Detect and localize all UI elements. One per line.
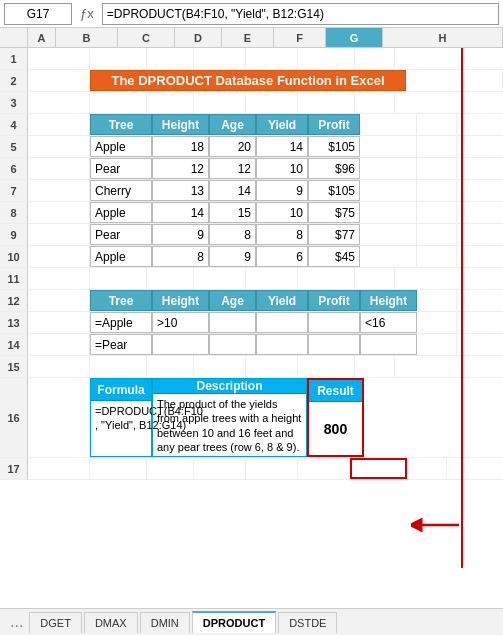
cell[interactable] xyxy=(246,356,298,377)
cell[interactable] xyxy=(417,246,457,267)
cell[interactable] xyxy=(407,458,447,479)
cell[interactable] xyxy=(90,92,147,113)
cell[interactable] xyxy=(28,70,90,91)
row-header-12[interactable]: 12 xyxy=(0,290,28,312)
col-header-c[interactable]: C xyxy=(118,28,175,47)
table-data-cell[interactable] xyxy=(308,312,360,333)
cell[interactable] xyxy=(246,48,298,69)
table-data-cell[interactable]: 9 xyxy=(152,224,209,245)
table-data-cell[interactable]: $75 xyxy=(308,202,360,223)
table-data-cell[interactable]: 14 xyxy=(152,202,209,223)
row-header-1[interactable]: 1 xyxy=(0,48,28,70)
table-data-cell[interactable]: 14 xyxy=(209,180,256,201)
cell[interactable] xyxy=(246,458,298,479)
table-data-cell[interactable]: $45 xyxy=(308,246,360,267)
table-data-cell[interactable]: >10 xyxy=(152,312,209,333)
col-header-d[interactable]: D xyxy=(175,28,222,47)
cell[interactable] xyxy=(360,114,417,135)
table-data-cell[interactable]: 10 xyxy=(256,202,308,223)
col-header-a[interactable]: A xyxy=(28,28,56,47)
cell[interactable] xyxy=(360,158,417,179)
cell[interactable] xyxy=(360,246,417,267)
row-header-2[interactable]: 2 xyxy=(0,70,28,92)
cell[interactable] xyxy=(28,356,90,377)
table-data-cell[interactable]: =Pear xyxy=(90,334,152,355)
tab-dget[interactable]: DGET xyxy=(29,612,82,633)
tab-nav-dots[interactable]: ... xyxy=(4,613,29,631)
table-data-cell[interactable]: =Apple xyxy=(90,312,152,333)
row-header-15[interactable]: 15 xyxy=(0,356,28,378)
cell[interactable] xyxy=(355,48,395,69)
cell[interactable] xyxy=(298,268,355,289)
col-header-f[interactable]: F xyxy=(274,28,326,47)
cell[interactable] xyxy=(417,136,457,157)
table-data-cell[interactable] xyxy=(256,334,308,355)
cell[interactable] xyxy=(355,268,395,289)
cell[interactable] xyxy=(28,202,90,223)
row-header-17[interactable]: 17 xyxy=(0,458,28,480)
row-header-4[interactable]: 4 xyxy=(0,114,28,136)
formula-input[interactable] xyxy=(102,3,499,25)
row-header-11[interactable]: 11 xyxy=(0,268,28,290)
table-data-cell[interactable] xyxy=(152,334,209,355)
table-data-cell[interactable] xyxy=(256,312,308,333)
cell[interactable] xyxy=(28,158,90,179)
table-data-cell[interactable]: Apple xyxy=(90,202,152,223)
cell[interactable] xyxy=(194,268,246,289)
col-header-e[interactable]: E xyxy=(222,28,274,47)
cell[interactable] xyxy=(28,224,90,245)
table-data-cell[interactable]: $105 xyxy=(308,136,360,157)
cell[interactable] xyxy=(417,114,457,135)
cell[interactable] xyxy=(147,356,194,377)
table-data-cell[interactable]: 8 xyxy=(209,224,256,245)
cell[interactable] xyxy=(90,356,147,377)
table-data-cell[interactable]: Cherry xyxy=(90,180,152,201)
cell[interactable] xyxy=(28,136,90,157)
t3-formula-value[interactable]: =DPRODUCT(B4:F10 , "Yield", B12:G14) xyxy=(91,401,151,456)
table-data-cell[interactable]: 9 xyxy=(209,246,256,267)
cell[interactable] xyxy=(360,224,417,245)
cell[interactable] xyxy=(28,334,90,355)
cell[interactable] xyxy=(355,92,395,113)
row-header-9[interactable]: 9 xyxy=(0,224,28,246)
table-data-cell[interactable]: 15 xyxy=(209,202,256,223)
row-header-14[interactable]: 14 xyxy=(0,334,28,356)
cell[interactable] xyxy=(298,48,355,69)
cell-h16[interactable] xyxy=(364,378,503,457)
table-data-cell[interactable]: Pear xyxy=(90,224,152,245)
table-data-cell[interactable] xyxy=(209,334,256,355)
cell[interactable] xyxy=(417,290,457,311)
cell[interactable] xyxy=(90,268,147,289)
cell[interactable] xyxy=(417,334,457,355)
cell[interactable] xyxy=(246,92,298,113)
table-data-cell[interactable]: 12 xyxy=(209,158,256,179)
cell[interactable] xyxy=(28,312,90,333)
cell[interactable] xyxy=(360,202,417,223)
cell[interactable] xyxy=(406,70,463,91)
table-data-cell[interactable]: 12 xyxy=(152,158,209,179)
col-header-h[interactable]: H xyxy=(383,28,503,47)
table-data-cell[interactable]: 13 xyxy=(152,180,209,201)
cell[interactable] xyxy=(355,356,395,377)
cell[interactable] xyxy=(28,114,90,135)
table-data-cell[interactable]: 8 xyxy=(256,224,308,245)
cell[interactable] xyxy=(194,458,246,479)
table-data-cell[interactable]: $96 xyxy=(308,158,360,179)
table-data-cell[interactable]: 6 xyxy=(256,246,308,267)
table-data-cell[interactable]: $77 xyxy=(308,224,360,245)
table-data-cell[interactable] xyxy=(360,334,417,355)
cell[interactable] xyxy=(28,290,90,311)
table-data-cell[interactable]: 14 xyxy=(256,136,308,157)
cell[interactable] xyxy=(90,48,147,69)
cell[interactable] xyxy=(194,92,246,113)
cell[interactable] xyxy=(463,70,503,91)
table-data-cell[interactable]: 10 xyxy=(256,158,308,179)
cell[interactable] xyxy=(246,268,298,289)
cell[interactable] xyxy=(147,458,194,479)
table-data-cell[interactable]: 8 xyxy=(152,246,209,267)
table-data-cell[interactable]: <16 xyxy=(360,312,417,333)
cell[interactable] xyxy=(360,136,417,157)
cell[interactable] xyxy=(194,48,246,69)
row-header-13[interactable]: 13 xyxy=(0,312,28,334)
row-header-16[interactable]: 16 xyxy=(0,378,28,458)
